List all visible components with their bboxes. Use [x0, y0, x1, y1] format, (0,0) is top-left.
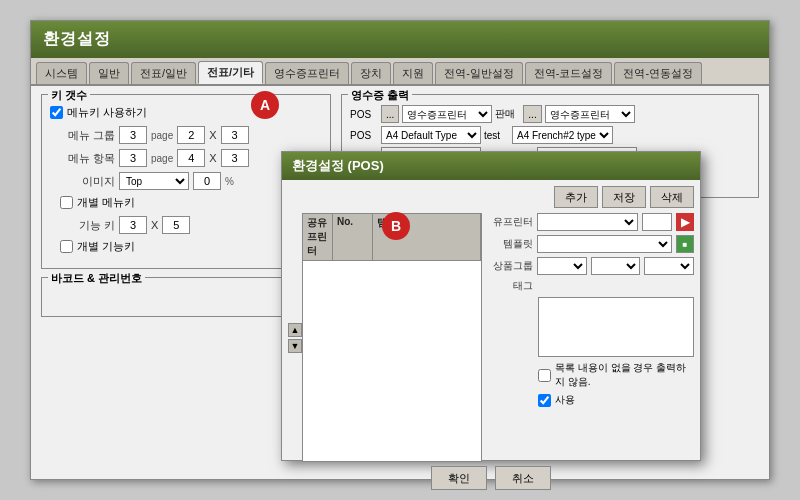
template-select[interactable]	[537, 235, 672, 253]
menu-group-val2[interactable]	[177, 126, 205, 144]
receipt-row1: POS ... 영수증프린터 판매 ... 영수증프린터	[350, 105, 750, 123]
menu-item-x: X	[209, 152, 216, 164]
category-row: 상품그룹	[488, 257, 694, 275]
main-window: 환경설정 시스템 일반 전표/일반 전표/기타 영수증프린터 장치 지원 전역-…	[30, 20, 770, 480]
r1-col1-select[interactable]: 영수증프린터	[402, 105, 492, 123]
menu-item-page: page	[151, 153, 173, 164]
no-content-checkbox[interactable]	[538, 369, 551, 382]
confirm-button[interactable]: 확인	[431, 466, 487, 490]
th-printer: 공유프린터	[303, 214, 333, 260]
r1-col2-select[interactable]: 영수증프린터	[545, 105, 635, 123]
nav-down-arrow[interactable]: ▼	[288, 339, 302, 353]
use-row: 사용	[538, 393, 694, 407]
printer-row: 유프린터 1 ▶	[488, 213, 694, 231]
cancel-button[interactable]: 취소	[495, 466, 551, 490]
left-nav: ▲ ▼	[288, 213, 302, 462]
r1-col1-label: POS	[350, 109, 378, 120]
tag-area[interactable]	[538, 297, 694, 357]
printer-select[interactable]	[537, 213, 638, 231]
menu-item-val3[interactable]	[221, 149, 249, 167]
receipt-row2: POS A4 Default Type test A4 French#2 typ…	[350, 126, 750, 144]
menu-group-val3[interactable]	[221, 126, 249, 144]
sub-bottom-btns: 확인 취소	[288, 462, 694, 490]
barcode-label: 바코드 & 관리번호	[48, 271, 145, 286]
individual-menu-label: 개별 메뉴키	[77, 195, 135, 210]
sub-content: 추가 저장 삭제 ▲ ▼ 공유프린터 No.	[282, 180, 700, 458]
tab-global-code[interactable]: 전역-코드설정	[525, 62, 613, 84]
use-checkbox[interactable]	[538, 394, 551, 407]
menu-group-val1[interactable]	[119, 126, 147, 144]
use-label: 사용	[555, 393, 575, 407]
add-button[interactable]: 추가	[554, 186, 598, 208]
sub-title-bar: 환경설정 (POS)	[282, 152, 700, 180]
tab-device[interactable]: 장치	[351, 62, 391, 84]
printer-label: 유프린터	[488, 215, 533, 229]
sub-title: 환경설정 (POS)	[292, 157, 384, 175]
printer-num[interactable]: 1	[642, 213, 672, 231]
tab-global-link[interactable]: 전역-연동설정	[614, 62, 702, 84]
menu-key-checkbox[interactable]	[50, 106, 63, 119]
image-dropdown[interactable]: Top Bottom Left	[119, 172, 189, 190]
r2-col2-label: test	[484, 130, 509, 141]
func-key-label: 기능 키	[60, 218, 115, 233]
menu-group-label: 메뉴 그룹	[60, 128, 115, 143]
sub-left-area: ▲ ▼ 공유프린터 No. 템플릿	[288, 213, 482, 462]
no-content-label: 목록 내용이 없을 경우 출력하지 않음.	[555, 361, 694, 389]
menu-group-row: 메뉴 그룹 page X	[60, 126, 322, 144]
sub-dialog: 환경설정 (POS) 추가 저장 삭제 ▲ ▼	[281, 151, 701, 461]
tab-receipt-printer[interactable]: 영수증프린터	[265, 62, 349, 84]
category-select2[interactable]	[591, 257, 641, 275]
func-val1[interactable]	[119, 216, 147, 234]
category-select3[interactable]	[644, 257, 694, 275]
r2-col2-select[interactable]: A4 French#2 type	[512, 126, 613, 144]
badge-b: B	[382, 212, 410, 240]
image-num[interactable]	[193, 172, 221, 190]
template-green-icon[interactable]: ■	[676, 235, 694, 253]
printer-arrow-btn[interactable]: ▶	[676, 213, 694, 231]
menu-key-label: 메뉴키 사용하기	[67, 105, 147, 120]
menu-group-x: X	[209, 129, 216, 141]
receipt-label: 영수증 출력	[348, 88, 412, 103]
category-label: 상품그룹	[488, 259, 533, 273]
image-percent: %	[225, 176, 234, 187]
menu-item-val1[interactable]	[119, 149, 147, 167]
category-select1[interactable]	[537, 257, 587, 275]
nav-up-arrow[interactable]: ▲	[288, 323, 302, 337]
tag-label-row: 태그	[488, 279, 694, 293]
tab-general[interactable]: 일반	[89, 62, 129, 84]
menu-item-label: 메뉴 항목	[60, 151, 115, 166]
sub-main-area: ▲ ▼ 공유프린터 No. 템플릿	[288, 213, 694, 462]
func-x: X	[151, 219, 158, 231]
sub-table: 공유프린터 No. 템플릿	[302, 213, 482, 462]
tab-system[interactable]: 시스템	[36, 62, 87, 84]
template-row: 템플릿 ■	[488, 235, 694, 253]
sub-right-form: 유프린터 1 ▶ 템플릿 ■ 상품그룹	[488, 213, 694, 462]
tab-global-general[interactable]: 전역-일반설정	[435, 62, 523, 84]
r2-col1-label: POS	[350, 130, 378, 141]
tab-support[interactable]: 지원	[393, 62, 433, 84]
keyset-label: 키 갯수	[48, 88, 90, 103]
individual-menu-checkbox[interactable]	[60, 196, 73, 209]
menu-key-checkbox-row: 메뉴키 사용하기	[50, 105, 322, 120]
tab-bar: 시스템 일반 전표/일반 전표/기타 영수증프린터 장치 지원 전역-일반설정 …	[31, 58, 769, 86]
r1-col2-btn[interactable]: ...	[523, 105, 541, 123]
badge-a: A	[251, 91, 279, 119]
sub-top-row: 추가 저장 삭제	[288, 186, 694, 208]
menu-item-val2[interactable]	[177, 149, 205, 167]
delete-button[interactable]: 삭제	[650, 186, 694, 208]
main-title: 환경설정	[43, 30, 111, 47]
no-content-row: 목록 내용이 없을 경우 출력하지 않음.	[538, 361, 694, 389]
func-val2[interactable]	[162, 216, 190, 234]
menu-group-page: page	[151, 130, 173, 141]
template-label: 템플릿	[488, 237, 533, 251]
individual-func-checkbox[interactable]	[60, 240, 73, 253]
r2-col1-select[interactable]: A4 Default Type	[381, 126, 481, 144]
th-no: No.	[333, 214, 373, 260]
r1-col1-btn[interactable]: ...	[381, 105, 399, 123]
tab-slip-general[interactable]: 전표/일반	[131, 62, 196, 84]
save-button[interactable]: 저장	[602, 186, 646, 208]
image-label: 이미지	[60, 174, 115, 189]
table-body	[303, 261, 481, 461]
main-title-bar: 환경설정	[31, 21, 769, 58]
tab-slip-other[interactable]: 전표/기타	[198, 61, 263, 84]
